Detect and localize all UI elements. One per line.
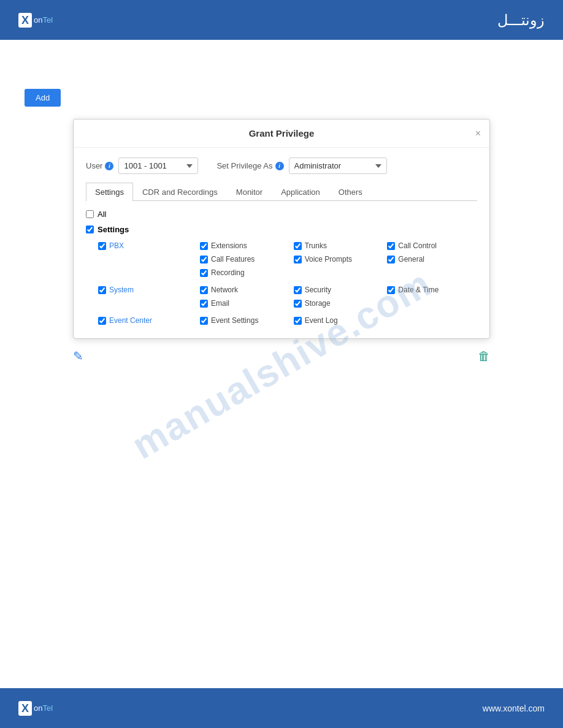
email-label[interactable]: Email — [211, 299, 229, 308]
trunks-label[interactable]: Trunks — [305, 241, 327, 250]
settings-grid: PBX Extensions Trunks Call — [98, 240, 477, 278]
logo-x-box: X — [18, 13, 32, 28]
header-logo: X onTel — [18, 13, 53, 28]
extensions-checkbox[interactable] — [200, 242, 208, 250]
user-label: User i — [86, 161, 113, 170]
all-label[interactable]: All — [98, 210, 106, 219]
system-grid: System Network Security Da — [98, 284, 477, 309]
extensions-label[interactable]: Extensions — [211, 241, 247, 250]
pbx-item: PBX — [98, 240, 196, 251]
datetime-checkbox[interactable] — [387, 286, 395, 294]
security-checkbox[interactable] — [294, 286, 302, 294]
event-center-item: Event Center — [98, 315, 196, 326]
main-content: manualshive.com Add Grant Privilege × Us… — [0, 40, 563, 688]
storage-item: Storage — [294, 298, 384, 309]
header-arabic-text: زونتـــل — [497, 12, 545, 29]
event-log-checkbox[interactable] — [294, 317, 302, 325]
email-checkbox[interactable] — [200, 300, 208, 308]
recording-spacer2 — [387, 267, 477, 278]
call-control-checkbox[interactable] — [387, 242, 395, 250]
network-checkbox[interactable] — [200, 286, 208, 294]
modal-wrapper: Grant Privilege × User i 1001 - 1001 — [73, 119, 490, 366]
tabs-container: Settings CDR and Recordings Monitor Appl… — [86, 183, 477, 201]
modal-body: User i 1001 - 1001 Set Privilege As i — [74, 148, 489, 338]
pbx-label[interactable]: PBX — [109, 241, 124, 250]
recording-checkbox[interactable] — [200, 269, 208, 277]
voice-prompts-checkbox[interactable] — [294, 256, 302, 264]
user-select[interactable]: 1001 - 1001 — [118, 157, 198, 174]
section-divider-2 — [86, 309, 477, 315]
footer: X onTel www.xontel.com — [0, 688, 563, 728]
datetime-label[interactable]: Date & Time — [398, 286, 439, 294]
network-item: Network — [200, 284, 290, 295]
voice-prompts-item: Voice Prompts — [294, 254, 384, 265]
form-row: User i 1001 - 1001 Set Privilege As i — [86, 157, 477, 174]
event-settings-label[interactable]: Event Settings — [211, 316, 258, 325]
event-spacer — [387, 315, 477, 326]
footer-logo-x-box: X — [18, 701, 32, 716]
trunks-item: Trunks — [294, 240, 384, 251]
tab-cdr-recordings[interactable]: CDR and Recordings — [133, 183, 227, 201]
sys-spacer — [98, 298, 196, 309]
pbx-spacer — [98, 254, 196, 265]
modal-close-button[interactable]: × — [475, 128, 481, 139]
security-label[interactable]: Security — [305, 286, 331, 294]
event-center-checkbox[interactable] — [98, 317, 106, 325]
footer-url: www.xontel.com — [483, 703, 545, 713]
recording-item: Recording — [200, 267, 290, 278]
storage-checkbox[interactable] — [294, 300, 302, 308]
tab-settings[interactable]: Settings — [86, 183, 133, 201]
footer-logo-on: on — [34, 703, 42, 713]
trunks-checkbox[interactable] — [294, 242, 302, 250]
privilege-select[interactable]: Administrator — [289, 157, 387, 174]
call-control-label[interactable]: Call Control — [398, 241, 437, 250]
footer-logo: X onTel — [18, 701, 53, 716]
network-label[interactable]: Network — [211, 286, 238, 294]
settings-section-label[interactable]: Settings — [98, 225, 129, 234]
delete-icon[interactable]: 🗑 — [478, 349, 490, 363]
event-settings-item: Event Settings — [200, 315, 290, 326]
content-spacer — [25, 366, 538, 672]
edit-icon[interactable]: ✎ — [73, 349, 83, 363]
general-label[interactable]: General — [398, 255, 424, 264]
grant-privilege-modal: Grant Privilege × User i 1001 - 1001 — [73, 119, 490, 339]
event-log-item: Event Log — [294, 315, 384, 326]
system-checkbox[interactable] — [98, 286, 106, 294]
tab-others[interactable]: Others — [329, 183, 372, 201]
all-checkbox-row: All — [86, 210, 477, 219]
system-label[interactable]: System — [109, 286, 134, 294]
pbx-spacer2 — [98, 267, 196, 278]
recording-label[interactable]: Recording — [211, 268, 245, 277]
logo-ontel-text: onTel — [34, 15, 53, 25]
header: X onTel زونتـــل — [0, 0, 563, 40]
section-divider-1 — [86, 278, 477, 284]
event-settings-checkbox[interactable] — [200, 317, 208, 325]
logo-tel: Tel — [42, 15, 53, 25]
privilege-info-icon[interactable]: i — [275, 162, 284, 170]
storage-label[interactable]: Storage — [305, 299, 331, 308]
tab-monitor[interactable]: Monitor — [227, 183, 272, 201]
add-btn-container: Add — [25, 89, 538, 107]
modal-title: Grant Privilege — [249, 128, 315, 138]
settings-checkbox[interactable] — [86, 226, 94, 233]
call-features-item: Call Features — [200, 254, 290, 265]
modal-header: Grant Privilege × — [74, 119, 489, 148]
tab-application[interactable]: Application — [272, 183, 329, 201]
call-features-label[interactable]: Call Features — [211, 255, 255, 264]
sys-spacer2 — [387, 298, 477, 309]
user-info-icon[interactable]: i — [105, 162, 113, 170]
action-icons-row: ✎ 🗑 — [73, 346, 490, 366]
call-features-checkbox[interactable] — [200, 256, 208, 264]
add-button[interactable]: Add — [25, 89, 61, 107]
datetime-item: Date & Time — [387, 284, 477, 295]
event-center-label[interactable]: Event Center — [109, 316, 152, 325]
extensions-item: Extensions — [200, 240, 290, 251]
all-checkbox[interactable] — [86, 210, 94, 218]
pbx-checkbox[interactable] — [98, 242, 106, 250]
footer-logo-tel: Tel — [42, 703, 53, 713]
user-form-group: User i 1001 - 1001 — [86, 157, 198, 174]
voice-prompts-label[interactable]: Voice Prompts — [305, 255, 352, 264]
general-checkbox[interactable] — [387, 256, 395, 264]
email-item: Email — [200, 298, 290, 309]
event-log-label[interactable]: Event Log — [305, 316, 338, 325]
